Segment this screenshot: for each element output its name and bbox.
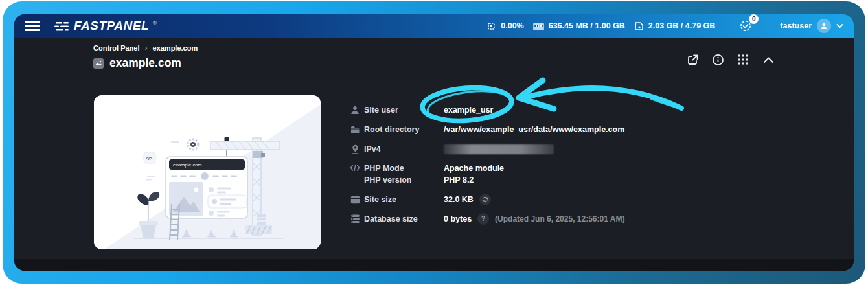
php-version-value: PHP 8.2: [444, 174, 474, 186]
chevron-down-icon: [836, 23, 843, 28]
topbar: FASTPANEL ® 0.00%: [14, 14, 854, 38]
avatar: [817, 19, 831, 33]
external-link-icon: [687, 54, 699, 66]
collapse-button[interactable]: [762, 53, 775, 66]
person-icon: [820, 22, 828, 30]
database-icon: [350, 214, 360, 223]
site-user-value: example_usr: [444, 104, 493, 116]
user-name: fastuser: [780, 21, 812, 30]
code-chip-graphic: </>: [144, 152, 155, 163]
site-image-icon: [93, 58, 104, 69]
site-user-row: Site user example_usr: [350, 104, 624, 116]
apps-grid-button[interactable]: [737, 53, 749, 66]
root-directory-label: Root directory: [364, 124, 444, 135]
page-title: example.com: [109, 56, 181, 70]
breadcrumb-item-control-panel[interactable]: Control Panel: [93, 44, 140, 52]
site-size-row: Site size 32.0 KB: [350, 194, 624, 205]
php-row: PHP Mode Apache module PHP version PHP 8…: [350, 163, 624, 186]
user-menu[interactable]: fastuser: [780, 19, 843, 33]
ipv4-label: IPv4: [364, 143, 444, 155]
breadcrumb: Control Panel › example.com: [93, 44, 775, 52]
page-header: Control Panel › example.com example.com: [14, 38, 854, 82]
disk-usage-value: 2.03 GB / 4.79 GB: [648, 21, 716, 30]
equalizer-icon: [54, 21, 70, 32]
database-size-row: Database size 0 bytes ? (Updated Jun 6, …: [350, 213, 624, 225]
code-chip-text: </>: [146, 156, 152, 161]
topbar-divider: [768, 21, 768, 31]
root-directory-row: Root directory /var/www/example_usr/data…: [350, 124, 624, 135]
gear-icon: [188, 139, 198, 150]
ipv4-redacted-value: [444, 144, 554, 154]
topbar-divider: [727, 21, 727, 31]
code-icon: [350, 164, 360, 172]
location-pin-icon: [350, 144, 360, 154]
php-version-label: PHP version: [364, 174, 444, 186]
brand-name: FASTPANEL: [74, 19, 149, 32]
site-details-list: Site user example_usr Root directory /va…: [350, 95, 624, 259]
brand-registered-mark: ®: [153, 21, 157, 26]
disk-usage-stat[interactable]: 2.03 GB / 4.79 GB: [634, 21, 716, 31]
panel-footer: [14, 259, 854, 271]
ipv4-row: IPv4: [350, 143, 624, 155]
refresh-site-size-button[interactable]: [479, 194, 491, 205]
cpu-usage-value: 0.00%: [501, 21, 523, 30]
browser-url-text: example.com: [173, 162, 202, 168]
tasks-button[interactable]: 0: [739, 18, 756, 34]
site-size-label: Site size: [364, 194, 444, 205]
ram-usage-stat[interactable]: 636.45 MB / 1.00 GB: [533, 21, 625, 30]
database-size-updated-note: (Updated Jun 6, 2025, 12:56:01 AM): [495, 213, 624, 225]
folder-icon: [350, 126, 360, 134]
ram-icon: [533, 22, 544, 30]
database-size-label: Database size: [364, 213, 444, 225]
info-icon: [712, 54, 724, 66]
menu-icon[interactable]: [25, 21, 40, 31]
browser-window-icon: [350, 196, 360, 204]
root-directory-value: /var/www/example_usr/data/www/example.co…: [444, 124, 624, 135]
breadcrumb-item-site[interactable]: example.com: [153, 44, 198, 52]
brand-logo[interactable]: FASTPANEL ®: [54, 19, 157, 32]
info-button[interactable]: [711, 53, 724, 66]
apps-grid-icon: [737, 54, 749, 65]
database-size-help-button[interactable]: ?: [477, 213, 489, 225]
chevron-up-icon: [763, 56, 774, 63]
cpu-icon: [486, 21, 496, 31]
database-size-value: 0 bytes: [444, 213, 472, 225]
user-icon: [350, 106, 360, 115]
main-panel: FASTPANEL ® 0.00%: [14, 14, 854, 271]
site-overview-section: example.com: [14, 82, 854, 259]
site-preview-illustration: example.com: [94, 95, 321, 249]
disk-icon: [634, 21, 644, 31]
ram-usage-value: 636.45 MB / 1.00 GB: [549, 21, 625, 30]
site-size-value: 32.0 KB: [444, 194, 474, 205]
site-user-label: Site user: [364, 104, 444, 116]
breadcrumb-separator-icon: ›: [145, 45, 148, 51]
php-mode-label: PHP Mode: [364, 163, 444, 174]
tasks-badge: 0: [749, 14, 759, 24]
php-mode-value: Apache module: [444, 163, 504, 174]
open-site-button[interactable]: [686, 53, 699, 66]
cpu-usage-stat[interactable]: 0.00%: [486, 21, 523, 31]
refresh-icon: [482, 196, 488, 203]
